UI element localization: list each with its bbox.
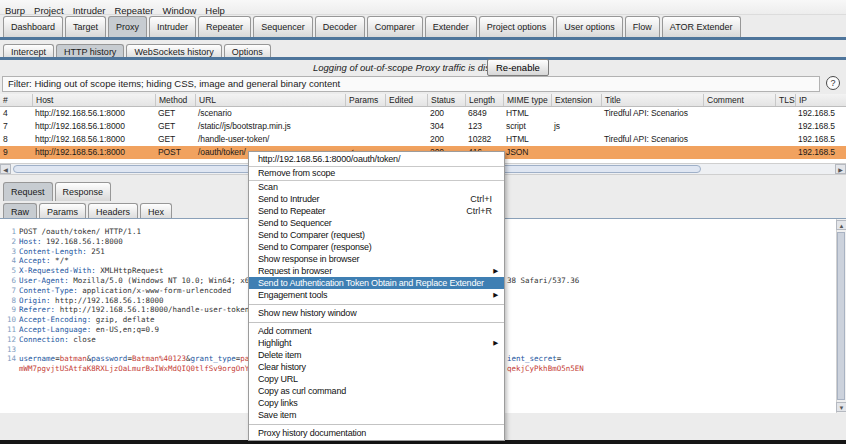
context-menu-item-request-in-browser[interactable]: Request in browser▶ — [249, 265, 504, 277]
request-text: ient_secret — [507, 354, 557, 363]
context-menu-item-show-new-history-window[interactable]: Show new history window — [249, 307, 504, 319]
context-menu-item-show-response-in-browser[interactable]: Show response in browser — [249, 253, 504, 265]
context-menu-item-scan[interactable]: Scan — [249, 181, 504, 193]
request-line: Origin: http://192.168.56.1:8000 — [19, 296, 164, 306]
request-line-fragment: qekjCyPkhBmO5n5EN — [507, 364, 584, 374]
context-menu-item-send-to-authentication-token-obtain-and-replace-extender[interactable]: Send to Authentication Token Obtain and … — [249, 277, 504, 289]
request-text: mWM7pgvjtUSAtfaK8RXLjzOaLmurBxIWxMdQIQ0t… — [19, 364, 254, 373]
context-menu-item-send-to-comparer-request[interactable]: Send to Comparer (request) — [249, 229, 504, 241]
context-menu-item-proxy-history-documentation[interactable]: Proxy history documentation — [249, 427, 504, 439]
request-line: Content-Length: 251 — [19, 247, 105, 257]
col-header-title[interactable]: Title — [601, 94, 703, 106]
request-text: 38 Safari/537.36 — [507, 276, 579, 285]
submenu-arrow-icon: ▶ — [493, 265, 498, 277]
context-menu-item-engagement-tools[interactable]: Engagement tools▶ — [249, 289, 504, 301]
context-menu-item-send-to-repeater[interactable]: Send to RepeaterCtrl+R — [249, 205, 504, 217]
help-icon[interactable]: ? — [826, 76, 840, 90]
request-line: Accept-Encoding: gzip, deflate — [19, 315, 154, 325]
tab-user-options[interactable]: User options — [556, 16, 623, 37]
context-menu-item-send-to-comparer-response[interactable]: Send to Comparer (response) — [249, 241, 504, 253]
main-tab-bar: DashboardTargetProxyIntruderRepeaterSequ… — [3, 16, 743, 37]
history-row-4[interactable]: 4http://192.168.56.1:8000GET/scenario200… — [0, 107, 846, 120]
col-header-method[interactable]: Method — [155, 94, 195, 106]
request-text: 251 — [87, 247, 105, 256]
tab-target[interactable]: Target — [65, 16, 106, 37]
cell-id: 7 — [0, 120, 32, 133]
col-header-host[interactable]: Host — [32, 94, 155, 106]
context-menu-item-send-to-sequencer[interactable]: Send to Sequencer — [249, 217, 504, 229]
col-header-status[interactable]: Status — [427, 94, 465, 106]
request-text: Mozilla/5.0 (Windows NT 10.0; Win64; x64 — [69, 276, 254, 285]
context-menu-item-copy-links[interactable]: Copy links — [249, 397, 504, 409]
context-menu-item-clear-history[interactable]: Clear history — [249, 361, 504, 373]
tab-intruder[interactable]: Intruder — [149, 16, 196, 37]
col-header-ip[interactable]: IP — [795, 94, 846, 106]
context-menu-item-remove-from-scope[interactable]: Remove from scope — [249, 167, 504, 181]
col-header-url[interactable]: URL — [195, 94, 345, 106]
tab-request[interactable]: Request — [3, 182, 53, 201]
line-number: 8 — [2, 296, 16, 306]
line-number: 1 — [2, 227, 16, 237]
tab-proxy[interactable]: Proxy — [108, 16, 147, 37]
tab-extender[interactable]: Extender — [425, 16, 477, 37]
col-header-comment[interactable]: Comment — [703, 94, 775, 106]
cell-method: GET — [155, 107, 195, 120]
scroll-right-icon[interactable]: ▶ — [835, 164, 846, 174]
cell-ip: 192.168.5 — [795, 133, 846, 146]
shortcut-label: Ctrl+I — [470, 193, 492, 205]
context-menu-item-copy-url[interactable]: Copy URL — [249, 373, 504, 385]
context-menu-item-add-comment[interactable]: Add comment — [249, 325, 504, 337]
cell-length: 10282 — [465, 133, 503, 146]
cell-status: 200 — [427, 133, 465, 146]
tab-sequencer[interactable]: Sequencer — [253, 16, 313, 37]
request-text: X-Requested-With: — [19, 266, 96, 275]
col-header-mime-type[interactable]: MIME type — [503, 94, 551, 106]
re-enable-button[interactable]: Re-enable — [487, 59, 549, 76]
scroll-left-icon[interactable]: ◀ — [0, 164, 11, 174]
history-row-8[interactable]: 8http://192.168.56.1:8000GET/handle-user… — [0, 133, 846, 146]
filter-bar[interactable]: Filter: Hiding out of scope items; hidin… — [2, 76, 820, 92]
request-line: Referer: http://192.168.56.1:8000/handle… — [19, 305, 254, 315]
context-menu-item-http-192-168-56-1-8000-oauth-token[interactable]: http://192.168.56.1:8000/oauth/token/ — [249, 153, 504, 167]
cell-tls — [775, 133, 795, 146]
col-header-edited[interactable]: Edited — [385, 94, 427, 106]
line-number: 3 — [2, 247, 16, 257]
line-number: 5 — [2, 266, 16, 276]
request-text: = — [557, 354, 562, 363]
context-menu: http://192.168.56.1:8000/oauth/token/Rem… — [248, 151, 505, 441]
tab-decoder[interactable]: Decoder — [315, 16, 365, 37]
tab-flow[interactable]: Flow — [625, 16, 660, 37]
history-row-7[interactable]: 7http://192.168.56.1:8000GET/static//js/… — [0, 120, 846, 133]
request-line: Accept: */* — [19, 256, 69, 266]
tab-repeater[interactable]: Repeater — [198, 16, 251, 37]
cell-host: http://192.168.56.1:8000 — [32, 120, 155, 133]
cell-edited — [385, 120, 427, 133]
request-text: close — [69, 335, 96, 344]
tab-dashboard[interactable]: Dashboard — [3, 16, 63, 37]
tab-project-options[interactable]: Project options — [479, 16, 555, 37]
context-menu-item-send-to-intruder[interactable]: Send to IntruderCtrl+I — [249, 193, 504, 205]
col-header-tls[interactable]: TLS — [775, 94, 795, 106]
cell-edited — [385, 107, 427, 120]
context-menu-item-highlight[interactable]: Highlight▶ — [249, 337, 504, 349]
shortcut-label: Ctrl+R — [466, 205, 492, 217]
cell-comment — [703, 120, 775, 133]
cell-params — [345, 120, 385, 133]
request-text: Accept-Language: — [19, 325, 91, 334]
cell-title: Tiredful API: Scenarios — [601, 107, 703, 120]
tab-response[interactable]: Response — [55, 182, 112, 201]
col-header-extension[interactable]: Extension — [551, 94, 601, 106]
col-header-params[interactable]: Params — [345, 94, 385, 106]
scroll-up-icon[interactable]: ▲ — [836, 220, 846, 230]
context-menu-item-save-item[interactable]: Save item — [249, 409, 504, 421]
col-header-[interactable]: # — [0, 94, 32, 106]
col-header-length[interactable]: Length — [465, 94, 503, 106]
tab-ator-extender[interactable]: ATOR Extender — [662, 16, 741, 37]
scrollbar-thumb[interactable] — [837, 232, 845, 400]
line-number: 11 — [2, 325, 16, 335]
scroll-down-icon[interactable]: ▼ — [836, 402, 846, 412]
tab-comparer[interactable]: Comparer — [367, 16, 423, 37]
menu-separator — [249, 304, 504, 305]
context-menu-item-copy-as-curl-command[interactable]: Copy as curl command — [249, 385, 504, 397]
context-menu-item-delete-item[interactable]: Delete item — [249, 349, 504, 361]
